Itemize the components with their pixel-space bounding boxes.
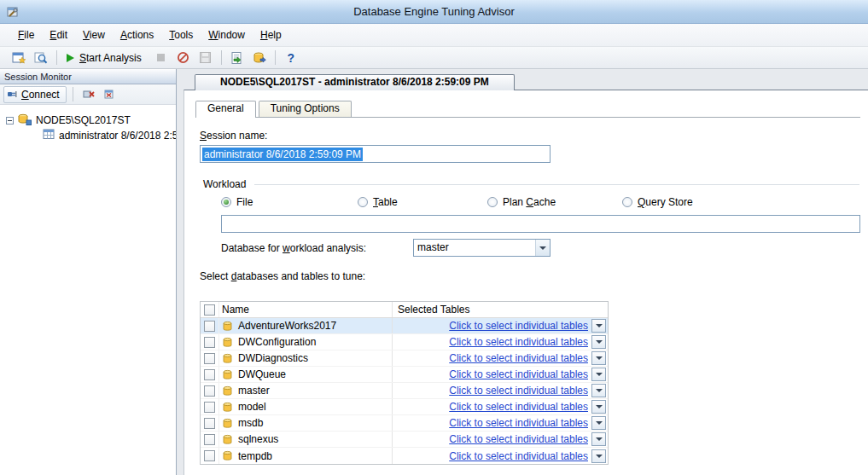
select-all-checkbox[interactable]	[204, 304, 215, 316]
database-name: DWDiagnostics	[238, 352, 308, 364]
table-row[interactable]: tempdb Click to select individual tables	[201, 448, 608, 464]
row-checkbox[interactable]	[204, 321, 215, 332]
tables-dropdown-button[interactable]	[591, 384, 606, 397]
table-row[interactable]: model Click to select individual tables	[201, 399, 608, 415]
tables-dropdown-button[interactable]	[591, 335, 606, 349]
row-checkbox[interactable]	[204, 353, 215, 364]
workload-radio-file[interactable]: File	[221, 196, 253, 208]
tables-dropdown-button[interactable]	[591, 351, 606, 365]
open-session-button[interactable]	[31, 49, 51, 67]
help-button[interactable]	[281, 49, 301, 67]
tables-dropdown-button[interactable]	[591, 416, 606, 430]
session-tab-strip: General Tuning Options	[195, 101, 860, 118]
session-document-tab[interactable]: NODE5\SQL2017ST - administrator 8/6/2018…	[195, 74, 515, 90]
menu-view[interactable]: View	[75, 25, 113, 45]
cancel-analysis-button[interactable]	[173, 49, 194, 67]
tables-dropdown-button[interactable]	[591, 319, 606, 333]
tables-dropdown-button[interactable]	[591, 432, 606, 446]
toolbar-separator	[73, 87, 73, 101]
session-name-input[interactable]: administrator 8/6/2018 2:59:09 PM	[200, 145, 551, 163]
help-icon	[287, 51, 294, 65]
database-icon	[222, 321, 233, 332]
save-session-button	[195, 49, 216, 67]
disconnect-button[interactable]	[79, 86, 98, 103]
workload-radio-plan-cache[interactable]: Plan Cache	[487, 196, 556, 208]
tree-session-node[interactable]: administrator 8/6/2018 2:59:	[0, 128, 176, 143]
database-icon	[222, 385, 233, 397]
stop-icon	[157, 54, 165, 61]
menu-window[interactable]: Window	[201, 25, 253, 45]
workload-radio-table[interactable]: Table	[358, 196, 398, 208]
row-checkbox[interactable]	[204, 337, 215, 348]
tree-server-node[interactable]: NODE5\SQL2017ST	[0, 113, 176, 128]
main-toolbar: Start Analysis	[0, 47, 868, 69]
combobox-value: master	[414, 240, 535, 256]
column-header-name[interactable]: Name	[222, 304, 249, 316]
tables-dropdown-button[interactable]	[591, 400, 606, 414]
row-checkbox[interactable]	[204, 369, 215, 380]
workload-file-input[interactable]	[221, 215, 860, 233]
tree-server-label: NODE5\SQL2017ST	[36, 114, 131, 126]
start-analysis-button[interactable]: Start Analysis	[62, 49, 149, 67]
select-tables-link[interactable]: Click to select individual tables	[449, 385, 588, 397]
tables-dropdown-button[interactable]	[591, 449, 606, 463]
export-results-icon	[253, 51, 266, 65]
select-tables-link[interactable]: Click to select individual tables	[449, 450, 588, 462]
menu-file[interactable]: File	[10, 25, 42, 45]
table-row[interactable]: master Click to select individual tables	[201, 383, 608, 399]
row-checkbox[interactable]	[204, 418, 215, 429]
menu-edit[interactable]: Edit	[42, 25, 75, 45]
row-checkbox[interactable]	[204, 385, 215, 397]
workload-radio-query-store[interactable]: Query Store	[622, 196, 693, 208]
select-tables-link[interactable]: Click to select individual tables	[449, 320, 588, 332]
import-workload-button[interactable]	[227, 49, 248, 67]
radio-label-file: File	[236, 196, 253, 208]
table-row[interactable]: msdb Click to select individual tables	[201, 415, 608, 432]
connect-button[interactable]: Connect	[3, 86, 67, 103]
select-tables-link[interactable]: Click to select individual tables	[449, 401, 588, 413]
tab-general[interactable]: General	[195, 101, 256, 118]
menu-actions[interactable]: Actions	[113, 25, 161, 45]
table-row[interactable]: DWConfiguration Click to select individu…	[201, 334, 608, 350]
combobox-dropdown-button[interactable]	[535, 240, 550, 256]
table-row[interactable]: sqlnexus Click to select individual tabl…	[201, 432, 608, 448]
databases-table-body: AdventureWorks2017 Click to select indiv…	[201, 318, 608, 464]
table-row[interactable]: AdventureWorks2017 Click to select indiv…	[201, 318, 608, 334]
title-bar[interactable]: Database Engine Tuning Advisor	[0, 0, 868, 24]
column-header-selected-tables[interactable]: Selected Tables	[398, 304, 470, 316]
table-row[interactable]: DWQueue Click to select individual table…	[201, 367, 608, 383]
chevron-down-icon	[596, 437, 603, 441]
menu-tools[interactable]: Tools	[161, 25, 201, 45]
databases-table: Name Selected Tables AdventureWorks2017	[200, 301, 609, 465]
select-tables-link[interactable]: Click to select individual tables	[449, 336, 588, 348]
tab-tuning-options[interactable]: Tuning Options	[259, 101, 352, 117]
database-for-analysis-label: Database for workload analysis:	[221, 242, 366, 254]
disconnect-icon	[83, 89, 95, 100]
import-workload-icon	[230, 51, 243, 65]
dta-window: Database Engine Tuning Advisor File Edit…	[0, 0, 868, 475]
server-icon	[18, 113, 32, 128]
delete-session-button[interactable]	[101, 86, 119, 103]
new-session-button[interactable]	[9, 49, 29, 67]
database-icon	[222, 450, 233, 461]
select-tables-link[interactable]: Click to select individual tables	[449, 368, 588, 380]
menu-help[interactable]: Help	[253, 25, 289, 45]
select-tables-link[interactable]: Click to select individual tables	[449, 433, 588, 445]
select-tables-link[interactable]: Click to select individual tables	[449, 352, 588, 364]
save-icon	[199, 51, 212, 64]
chevron-down-icon	[539, 246, 546, 250]
chevron-down-icon	[596, 405, 603, 408]
tree-session-label: administrator 8/6/2018 2:59:	[59, 130, 176, 142]
collapse-icon[interactable]	[6, 117, 14, 125]
tables-dropdown-button[interactable]	[591, 368, 606, 381]
database-for-analysis-combobox[interactable]: master	[413, 239, 551, 257]
database-name: tempdb	[238, 450, 272, 462]
table-row[interactable]: DWDiagnostics Click to select individual…	[201, 350, 608, 367]
row-checkbox[interactable]	[204, 450, 215, 461]
export-results-button[interactable]	[249, 49, 270, 67]
toolbar-separator	[275, 50, 276, 65]
session-name-value: administrator 8/6/2018 2:59:09 PM	[202, 148, 363, 161]
row-checkbox[interactable]	[204, 434, 215, 445]
select-tables-link[interactable]: Click to select individual tables	[449, 417, 588, 429]
row-checkbox[interactable]	[204, 402, 215, 413]
